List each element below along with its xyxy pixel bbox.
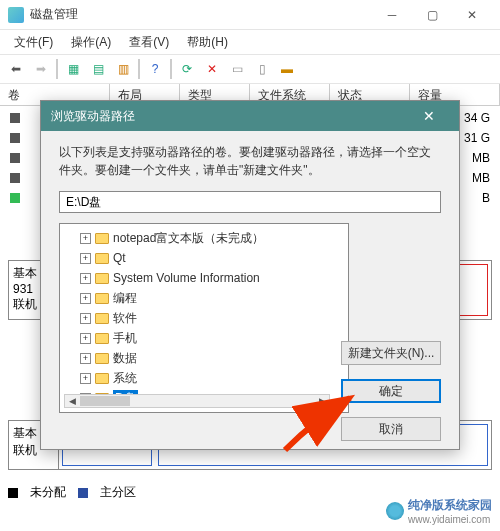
titlebar: 磁盘管理 ─ ▢ ✕	[0, 0, 500, 30]
vol-icon	[10, 193, 20, 203]
ok-button[interactable]: 确定	[341, 379, 441, 403]
cap-value: MB	[472, 171, 490, 185]
scroll-left-icon[interactable]: ◀	[65, 395, 79, 407]
tree-item[interactable]: +系统	[64, 368, 344, 388]
folder-icon	[95, 333, 109, 344]
vol-icon	[10, 133, 20, 143]
legend-primary: 主分区	[100, 484, 136, 501]
path-input[interactable]: E:\D盘	[59, 191, 441, 213]
expand-icon[interactable]: +	[80, 333, 91, 344]
action2-icon[interactable]: ▯	[250, 57, 274, 81]
cap-value: 31 G	[464, 131, 490, 145]
separator	[170, 59, 172, 79]
back-icon[interactable]: ⬅	[4, 57, 28, 81]
close-button[interactable]: ✕	[452, 1, 492, 29]
tree-item-label: 数据	[113, 350, 137, 367]
folder-icon	[95, 313, 109, 324]
tree-item[interactable]: +软件	[64, 308, 344, 328]
tree-item[interactable]: +编程	[64, 288, 344, 308]
tree-item[interactable]: +System Volume Information	[64, 268, 344, 288]
tree-item-label: 编程	[113, 290, 137, 307]
dialog-title: 浏览驱动器路径	[51, 108, 135, 125]
vol-icon	[10, 173, 20, 183]
menubar: 文件(F) 操作(A) 查看(V) 帮助(H)	[0, 30, 500, 54]
tree-item-label: notepad富文本版（未完成）	[113, 230, 264, 247]
folder-icon	[95, 233, 109, 244]
folder-icon	[95, 373, 109, 384]
watermark-logo-icon	[386, 502, 404, 520]
props-icon[interactable]: ▥	[111, 57, 135, 81]
new-folder-button[interactable]: 新建文件夹(N)...	[341, 341, 441, 365]
expand-icon[interactable]: +	[80, 353, 91, 364]
dialog-titlebar: 浏览驱动器路径 ✕	[41, 101, 459, 131]
list-icon[interactable]: ▤	[86, 57, 110, 81]
dialog-close-icon[interactable]: ✕	[409, 108, 449, 124]
legend-unalloc: 未分配	[30, 484, 66, 501]
app-icon	[8, 7, 24, 23]
minimize-button[interactable]: ─	[372, 1, 412, 29]
refresh-icon[interactable]: ⟳	[175, 57, 199, 81]
menu-help[interactable]: 帮助(H)	[179, 32, 236, 53]
window-title: 磁盘管理	[30, 6, 372, 23]
watermark-text: 纯净版系统家园	[408, 497, 492, 514]
watermark: 纯净版系统家园 www.yidaimei.com	[386, 497, 492, 525]
dialog-message: 以下列表是支持驱动器路径的卷。要创建驱动器路径，请选择一个空文件夹。要创建一个文…	[59, 143, 441, 179]
tree-item-label: System Volume Information	[113, 271, 260, 285]
watermark-url: www.yidaimei.com	[408, 514, 492, 525]
action3-icon[interactable]: ▬	[275, 57, 299, 81]
folder-icon	[95, 353, 109, 364]
cap-value: MB	[472, 151, 490, 165]
expand-icon[interactable]: +	[80, 273, 91, 284]
tree-item[interactable]: +Qt	[64, 248, 344, 268]
cap-value: B	[482, 191, 490, 205]
maximize-button[interactable]: ▢	[412, 1, 452, 29]
menu-file[interactable]: 文件(F)	[6, 32, 61, 53]
action1-icon[interactable]: ▭	[225, 57, 249, 81]
scroll-right-icon[interactable]: ▶	[315, 395, 329, 407]
separator	[138, 59, 140, 79]
tree-item-label: Qt	[113, 251, 126, 265]
delete-icon[interactable]: ✕	[200, 57, 224, 81]
folder-icon	[95, 293, 109, 304]
tree-item-label: 软件	[113, 310, 137, 327]
folder-icon	[95, 273, 109, 284]
folder-tree[interactable]: +notepad富文本版（未完成）+Qt+System Volume Infor…	[59, 223, 349, 413]
legend: 未分配 主分区	[8, 484, 136, 501]
menu-action[interactable]: 操作(A)	[63, 32, 119, 53]
legend-unalloc-icon	[8, 488, 18, 498]
folder-icon	[95, 253, 109, 264]
tree-item[interactable]: +notepad富文本版（未完成）	[64, 228, 344, 248]
vol-icon	[10, 113, 20, 123]
cancel-button[interactable]: 取消	[341, 417, 441, 441]
expand-icon[interactable]: +	[80, 373, 91, 384]
tree-item[interactable]: +手机	[64, 328, 344, 348]
tree-item-label: 手机	[113, 330, 137, 347]
scroll-thumb[interactable]	[80, 396, 130, 406]
expand-icon[interactable]: +	[80, 293, 91, 304]
tree-scrollbar[interactable]: ◀▶	[64, 394, 330, 408]
expand-icon[interactable]: +	[80, 233, 91, 244]
legend-primary-icon	[78, 488, 88, 498]
separator	[56, 59, 58, 79]
toolbar: ⬅ ➡ ▦ ▤ ▥ ? ⟳ ✕ ▭ ▯ ▬	[0, 54, 500, 84]
vol-icon	[10, 153, 20, 163]
browse-path-dialog: 浏览驱动器路径 ✕ 以下列表是支持驱动器路径的卷。要创建驱动器路径，请选择一个空…	[40, 100, 460, 450]
tree-item[interactable]: +数据	[64, 348, 344, 368]
expand-icon[interactable]: +	[80, 313, 91, 324]
tree-item-label: 系统	[113, 370, 137, 387]
menu-view[interactable]: 查看(V)	[121, 32, 177, 53]
forward-icon[interactable]: ➡	[29, 57, 53, 81]
cap-value: 34 G	[464, 111, 490, 125]
help-icon[interactable]: ?	[143, 57, 167, 81]
tree-icon[interactable]: ▦	[61, 57, 85, 81]
expand-icon[interactable]: +	[80, 253, 91, 264]
